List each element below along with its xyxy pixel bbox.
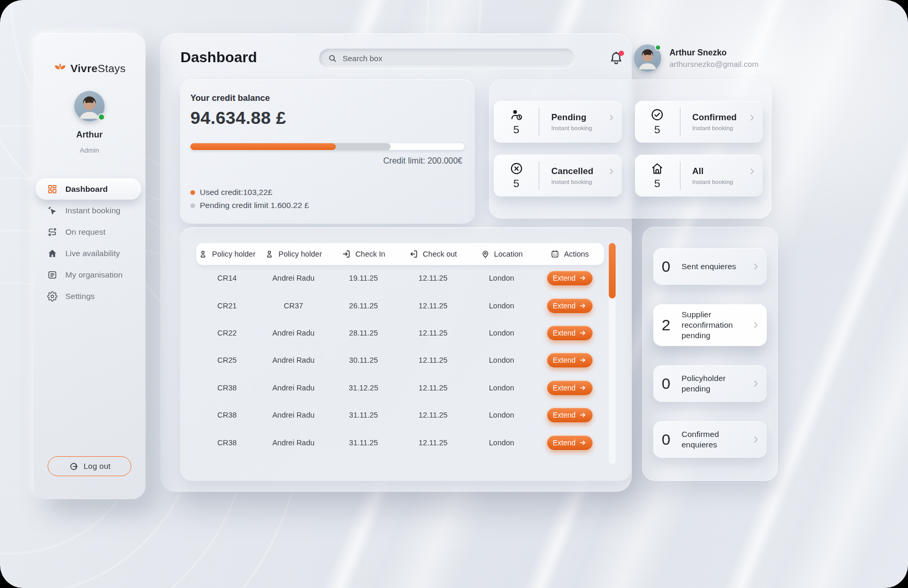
user-clock-icon [509, 108, 524, 122]
enquiry-label: Policyholder pending [675, 373, 751, 394]
status-count: 5 [654, 177, 661, 190]
extend-button[interactable]: Extend [547, 271, 593, 285]
cell-check-in: 26.11.25 [329, 302, 398, 310]
enquiry-count: 0 [662, 375, 675, 393]
chevron-right-icon [751, 379, 761, 388]
status-count: 5 [654, 123, 661, 136]
brand-logo: VivreStays [33, 62, 145, 75]
notification-bell-button[interactable] [608, 50, 625, 67]
column-label: Location [494, 250, 523, 258]
sidebar-item-dashboard[interactable]: Dashboard [36, 178, 141, 200]
dashboard-grid-icon [47, 184, 58, 194]
enquiry-count: 2 [662, 316, 675, 334]
cell-policy-holder: CR37 [258, 302, 329, 310]
status-count: 5 [513, 123, 519, 136]
sidebar-nav-label: Dashboard [65, 185, 108, 194]
brand-name-light: Stays [98, 62, 126, 74]
credit-progress-bar [190, 143, 464, 150]
status-card-all[interactable]: 5 All Instant booking [635, 155, 763, 197]
status-subtitle: Instant booking [693, 179, 757, 185]
cell-location: London [468, 302, 535, 310]
sidebar-item-instant-booking[interactable]: Instant booking [33, 200, 145, 221]
sidebar-nav-label: Instant booking [65, 206, 120, 215]
column-label: Policy holder [212, 250, 255, 258]
column-label: Actions [564, 250, 589, 258]
sidebar-item-settings[interactable]: Settings [33, 285, 145, 307]
cell-policy-holder: Andrei Radu [258, 356, 329, 364]
status-subtitle: Instant booking [551, 125, 616, 131]
status-card-cancelled[interactable]: 5 Cancelled Instant booking [494, 155, 622, 197]
table-scrollbar[interactable] [609, 243, 616, 464]
search-input[interactable] [343, 54, 562, 63]
cell-policy-ref: CR38 [196, 411, 258, 419]
enquiry-count: 0 [662, 258, 675, 275]
sidebar: VivreStays Arthur Admin Dashboard Instan… [33, 33, 145, 499]
status-subtitle: Instant booking [551, 179, 616, 185]
column-label: Check out [423, 250, 457, 258]
enquiry-card-confirmed-enquieres[interactable]: 0 Confirmed enquieres [653, 421, 767, 458]
bookings-table-card: Policy holder Policy holder Check In Che… [180, 227, 632, 481]
table-column-header: Check In [329, 249, 398, 259]
enquiry-label: Sent enquieres [675, 261, 751, 272]
enquiry-card-sent-enquieres[interactable]: 0 Sent enquieres [653, 248, 767, 285]
sidebar-avatar[interactable] [74, 91, 105, 121]
cell-location: London [468, 411, 535, 419]
table-row: CR22 Andrei Radu 28.11.25 12.11.25 Londo… [196, 319, 604, 347]
cell-check-out: 12.11.25 [398, 356, 468, 364]
status-title: All [693, 166, 748, 177]
extend-button[interactable]: Extend [547, 298, 593, 313]
sidebar-item-live-availability[interactable]: Live availability [33, 243, 145, 264]
legend-pending: Pending credit limit 1.600.22 £ [190, 201, 463, 210]
logout-label: Log out [84, 462, 111, 471]
arrow-right-icon [579, 356, 586, 364]
cell-location: London [468, 329, 535, 337]
credit-limit-label: Credit limit: 200.000€ [190, 156, 463, 166]
status-title: Confirmed [693, 112, 748, 123]
extend-button[interactable]: Extend [547, 353, 593, 367]
credit-title: Your credit balance [190, 93, 463, 103]
table-scrollbar-thumb[interactable] [609, 243, 616, 298]
column-label: Policy holder [278, 250, 322, 258]
chevron-right-icon [751, 262, 761, 271]
pending-dot-icon [190, 203, 195, 208]
cell-check-out: 12.11.25 [398, 411, 468, 419]
enquiry-card-policyholder-pending[interactable]: 0 Policyholder pending [653, 365, 767, 402]
chevron-right-icon [607, 113, 616, 122]
sidebar-nav-label: My organisation [65, 270, 122, 280]
sidebar-nav-label: Live availability [65, 249, 120, 258]
cell-check-in: 31.12.25 [329, 384, 398, 392]
sidebar-item-my-organisation[interactable]: My organisation [33, 264, 145, 285]
extend-button[interactable]: Extend [547, 326, 593, 340]
search-box[interactable] [319, 49, 575, 68]
extend-button[interactable]: Extend [547, 408, 593, 422]
status-title: Cancelled [551, 166, 607, 177]
extend-button[interactable]: Extend [547, 435, 593, 450]
chevron-right-icon [748, 113, 756, 122]
cell-policy-ref: CR25 [196, 356, 258, 364]
enquiry-card-supplier-reconfirmation-pending[interactable]: 2 Supplier reconfirmation pending [653, 304, 767, 346]
calendar-icon [550, 249, 560, 259]
extend-button[interactable]: Extend [547, 381, 593, 395]
table-column-header: Policy holder [258, 249, 329, 259]
cell-policy-holder: Andrei Radu [258, 411, 329, 419]
status-title: Pending [551, 112, 607, 123]
credit-legend: Used credit:103,22£ Pending credit limit… [190, 188, 463, 210]
sidebar-user-role: Admin [33, 146, 145, 154]
cell-policy-holder: Andrei Radu [258, 329, 329, 337]
home-filled-icon [47, 248, 58, 259]
sidebar-item-on-request[interactable]: On request [33, 221, 145, 243]
cell-check-out: 12.11.25 [398, 329, 468, 337]
enquiry-label: Confirmed enquieres [675, 429, 751, 450]
cell-check-out: 12.11.25 [398, 439, 468, 447]
chevron-right-icon [748, 167, 756, 176]
org-list-icon [47, 270, 58, 280]
profile-avatar-button[interactable] [634, 44, 661, 72]
status-card-confirmed[interactable]: 5 Confirmed Instant booking [635, 101, 763, 143]
cell-check-in: 31.11.25 [329, 439, 398, 447]
table-column-header: Check out [398, 249, 468, 259]
logout-button[interactable]: Log out [48, 456, 131, 476]
online-status-dot [655, 44, 661, 51]
enquiry-count: 0 [662, 431, 675, 448]
status-card-pending[interactable]: 5 Pending Instant booking [494, 101, 622, 143]
table-row: CR38 Andrei Radu 31.11.25 12.11.25 Londo… [196, 429, 604, 456]
